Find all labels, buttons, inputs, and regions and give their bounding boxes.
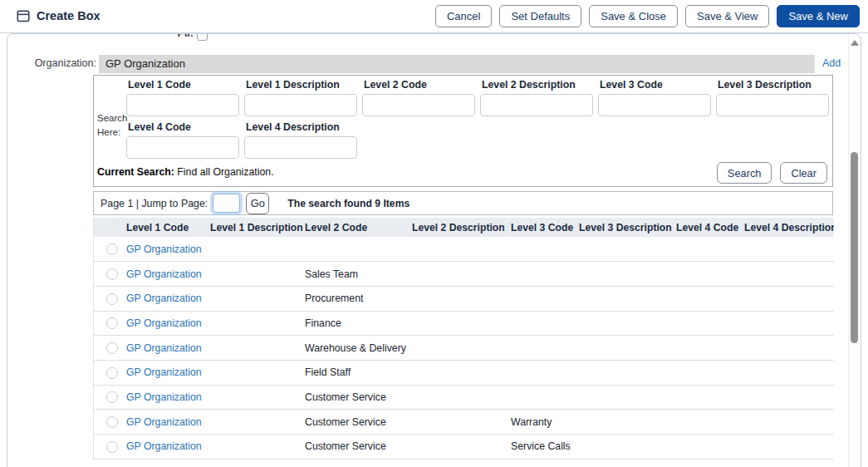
row-radio-button[interactable] [106, 441, 118, 453]
cancel-button[interactable]: Cancel [435, 5, 492, 27]
row-radio-button[interactable] [106, 268, 118, 280]
table-cell [743, 410, 834, 435]
org-row-link[interactable]: GP Organization [126, 268, 202, 280]
table-cell [743, 336, 834, 361]
table-cell [743, 360, 834, 385]
table-row: GP OrganizationSales Team [94, 262, 834, 287]
results-table-wrap: Level 1 CodeLevel 1 DescriptionLevel 2 C… [93, 218, 833, 460]
column-header: Level 3 Description [578, 218, 675, 237]
table-row: GP Organization [94, 237, 834, 262]
table-cell: Customer Service [304, 410, 411, 435]
current-search-label: Current Search: [97, 166, 174, 178]
org-row-link[interactable]: GP Organization [126, 391, 202, 403]
table-cell [411, 336, 510, 361]
table-cell [510, 385, 578, 410]
row-radio-button[interactable] [106, 317, 118, 329]
page-title: Create Box [37, 9, 101, 22]
table-cell: GP Organization [125, 435, 209, 460]
row-radio-button[interactable] [106, 391, 118, 403]
search-field-input[interactable] [716, 94, 829, 116]
go-button[interactable]: Go [246, 193, 269, 214]
row-radio-button[interactable] [106, 293, 118, 305]
table-cell [209, 385, 304, 410]
search-result-count: The search found 9 Items [287, 198, 409, 209]
org-row-link[interactable]: GP Organization [126, 292, 202, 304]
save-and-new-button[interactable]: Save & New [777, 5, 860, 27]
create-box-form-panel: PII: Organization: GP Organization Add S… [7, 33, 861, 467]
table-cell [304, 237, 411, 262]
org-row-link[interactable]: GP Organization [126, 317, 202, 329]
table-header-row: Level 1 CodeLevel 1 DescriptionLevel 2 C… [94, 218, 834, 237]
table-cell [510, 262, 578, 287]
search-field-input[interactable] [244, 136, 357, 159]
table-cell [578, 311, 675, 336]
table-row: GP OrganizationFinance [94, 311, 834, 336]
search-field-input[interactable] [244, 94, 357, 116]
scroll-up-icon[interactable] [851, 40, 859, 46]
save-and-view-button[interactable]: Save & View [685, 5, 769, 27]
row-radio-button[interactable] [106, 342, 118, 354]
toolbar-buttons: Cancel Set Defaults Save & Close Save & … [435, 5, 860, 27]
table-row: GP OrganizationCustomer ServiceService C… [94, 435, 834, 460]
table-cell [743, 262, 834, 287]
org-row-link[interactable]: GP Organization [126, 440, 202, 452]
table-cell [743, 286, 834, 311]
table-cell: Finance [304, 311, 411, 336]
column-header: Level 4 Code [675, 218, 743, 237]
org-row-link[interactable]: GP Organization [126, 416, 202, 428]
table-cell [578, 262, 675, 287]
search-fields-grid: Level 1 CodeLevel 1 DescriptionLevel 2 C… [126, 79, 829, 159]
pagination-bar: Page 1 | Jump to Page: Go The search fou… [93, 191, 833, 215]
vertical-scrollbar[interactable] [848, 35, 860, 467]
table-cell [675, 311, 743, 336]
table-cell [209, 435, 304, 460]
search-button[interactable]: Search [717, 162, 772, 184]
organization-label: Organization: [7, 57, 96, 69]
page-title-wrap: Create Box [17, 9, 101, 22]
org-row-link[interactable]: GP Organization [126, 342, 202, 354]
table-cell [675, 360, 743, 385]
table-cell [578, 237, 675, 262]
row-radio-button[interactable] [106, 243, 118, 255]
search-field-input[interactable] [126, 136, 239, 159]
column-header: Level 4 Description [743, 218, 834, 237]
column-header: Level 2 Code [304, 218, 411, 237]
set-defaults-button[interactable]: Set Defaults [499, 5, 581, 27]
table-cell [209, 336, 304, 361]
table-cell [411, 360, 510, 385]
search-field-input[interactable] [362, 94, 475, 116]
table-cell [209, 360, 304, 385]
search-field: Level 4 Description [244, 121, 357, 159]
clear-button[interactable]: Clear [780, 162, 827, 184]
results-body: GP OrganizationGP OrganizationSales Team… [94, 237, 834, 459]
search-field-input[interactable] [480, 94, 593, 116]
pii-checkbox[interactable] [197, 33, 208, 41]
org-row-link[interactable]: GP Organization [126, 366, 202, 378]
row-radio-button[interactable] [106, 367, 118, 379]
row-radio-button[interactable] [106, 416, 118, 428]
save-and-close-button[interactable]: Save & Close [589, 5, 678, 27]
search-here-label: Search Here: [97, 111, 129, 140]
org-row-link[interactable]: GP Organization [126, 243, 202, 255]
page-indicator: Page 1 | Jump to Page: [101, 198, 208, 209]
add-link[interactable]: Add [822, 57, 841, 69]
table-cell [411, 311, 510, 336]
table-cell [743, 237, 834, 262]
jump-to-page-input[interactable] [213, 194, 240, 213]
search-field-input[interactable] [126, 94, 239, 116]
table-cell [675, 410, 743, 435]
table-cell: GP Organization [125, 410, 209, 435]
search-field: Level 4 Code [126, 121, 239, 159]
table-cell [578, 410, 675, 435]
scrollbar-thumb[interactable] [851, 152, 858, 343]
column-header: Level 1 Code [125, 218, 209, 237]
table-cell [510, 286, 578, 311]
table-row: GP OrganizationProcurement [94, 286, 834, 311]
search-field-input[interactable] [598, 94, 711, 116]
table-cell [510, 360, 578, 385]
table-cell [675, 336, 743, 361]
search-field: Level 1 Description [244, 79, 357, 116]
table-cell: GP Organization [125, 311, 209, 336]
table-cell: GP Organization [125, 360, 209, 385]
table-cell [743, 435, 834, 460]
